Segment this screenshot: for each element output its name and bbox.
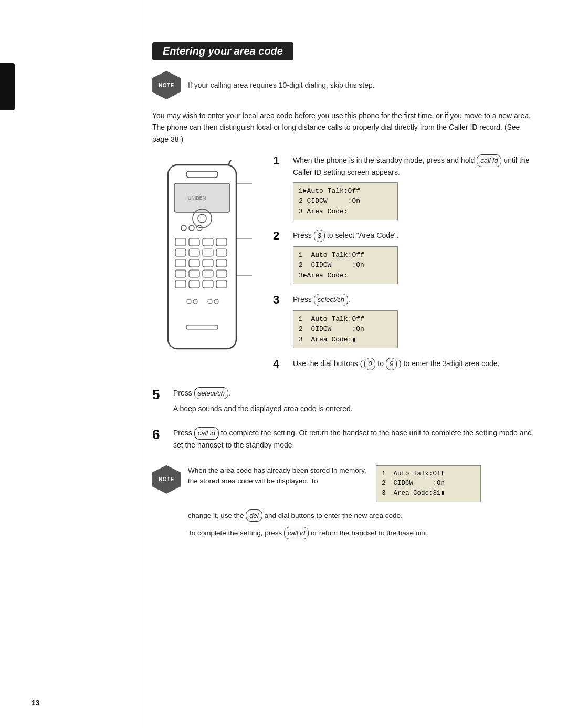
step-6-text: Press call id to complete the setting. O… [173, 427, 536, 451]
note-badge-top: NOTE [152, 71, 181, 99]
steps-area: UNIDEN [152, 154, 536, 382]
note-bottom: NOTE When the area code has already been… [152, 465, 536, 539]
svg-rect-15 [189, 249, 200, 256]
step-6-num: 6 [152, 427, 168, 442]
lcd-1-line2: 2 CIDCW :On [299, 196, 392, 206]
svg-point-32 [208, 299, 212, 304]
svg-rect-2 [186, 171, 218, 178]
step-4-content: Use the dial buttons ( 0 to 9 ) to enter… [293, 358, 536, 375]
key-3: 3 [314, 230, 325, 242]
note-bottom-inline: When the area code has already been stor… [188, 465, 481, 504]
note-bottom-text2: change it, use the del and dial buttons … [188, 509, 481, 522]
steps-col: 1 When the phone is in the standby mode,… [273, 154, 536, 382]
step-2: 2 Press 3 to select "Area Code". 1 Auto … [273, 230, 536, 286]
step-5-subtext: A beep sounds and the displayed area cod… [173, 403, 536, 414]
step-6-content: Press call id to complete the setting. O… [173, 427, 536, 455]
step-1-text: When the phone is in the standby mode, p… [293, 154, 536, 178]
step-2-content: Press 3 to select "Area Code". 1 Auto Ta… [293, 230, 536, 286]
key-del: del [246, 509, 262, 522]
steps-bottom: 5 Press select/ch. A beep sounds and the… [152, 387, 536, 455]
step-3-num: 3 [273, 294, 288, 306]
svg-rect-29 [216, 280, 227, 288]
svg-rect-26 [175, 280, 186, 288]
svg-rect-14 [175, 249, 186, 256]
svg-rect-23 [189, 270, 200, 277]
svg-rect-20 [203, 259, 213, 267]
step-2-text: Press 3 to select "Area Code". [293, 230, 536, 242]
svg-rect-12 [203, 238, 213, 246]
left-tab [0, 63, 15, 110]
divider-line [142, 0, 142, 728]
lcd-note-line2: 2 CIDCW :On [382, 479, 475, 488]
svg-rect-24 [203, 270, 213, 277]
lcd-1-line3: 3 Area Code: [299, 206, 392, 217]
lcd-3: 1 Auto Talk:Off 2 CIDCW :On 3 Area Code:… [293, 310, 398, 349]
svg-rect-18 [175, 259, 186, 267]
svg-point-6 [189, 225, 194, 231]
svg-rect-34 [186, 325, 218, 329]
step-1-content: When the phone is in the standby mode, p… [293, 154, 536, 222]
step-4: 4 Use the dial buttons ( 0 to 9 ) to ent… [273, 358, 536, 375]
lcd-note-line3: 3 Area Code:81▮ [382, 488, 475, 498]
step-1: 1 When the phone is in the standby mode,… [273, 154, 536, 222]
svg-rect-10 [175, 238, 186, 246]
step-4-num: 4 [273, 358, 288, 370]
svg-rect-19 [189, 259, 200, 267]
lcd-2: 1 Auto Talk:Off 2 CIDCW :On 3►Area Code: [293, 246, 398, 285]
lcd-3-line1: 1 Auto Talk:Off [299, 314, 392, 325]
key-callid-1: call id [477, 154, 501, 167]
svg-rect-13 [216, 238, 227, 246]
svg-rect-27 [189, 280, 200, 288]
note-top-text: If your calling area requires 10-digit d… [188, 81, 375, 89]
step-6: 6 Press call id to complete the setting.… [152, 427, 536, 455]
body-paragraph: You may wish to enter your local area co… [152, 110, 536, 145]
svg-point-5 [181, 225, 186, 231]
step-3: 3 Press select/ch. 1 Auto Talk:Off 2 CID… [273, 294, 536, 350]
svg-point-9 [198, 214, 206, 223]
note-top: NOTE If your calling area requires 10-di… [152, 71, 536, 99]
svg-text:UNIDEN: UNIDEN [188, 195, 206, 201]
page-number: 13 [32, 699, 40, 707]
step-5-num: 5 [152, 387, 168, 402]
lcd-1-line1: 1►Auto Talk:Off [299, 186, 392, 196]
note-bottom-text1: When the area code has already been stor… [188, 465, 366, 487]
key-selectch-5: select/ch [194, 387, 228, 400]
step-5: 5 Press select/ch. A beep sounds and the… [152, 387, 536, 419]
svg-point-33 [214, 299, 218, 304]
phone-illustration: UNIDEN [152, 160, 257, 382]
svg-line-1 [228, 160, 234, 165]
svg-rect-22 [175, 270, 186, 277]
lcd-note: 1 Auto Talk:Off 2 CIDCW :On 3 Area Code:… [376, 465, 481, 502]
step-5-content: Press select/ch. A beep sounds and the d… [173, 387, 536, 419]
section-title: Entering your area code [152, 42, 293, 60]
key-callid-6: call id [194, 427, 219, 440]
lcd-1: 1►Auto Talk:Off 2 CIDCW :On 3 Area Code: [293, 182, 398, 221]
key-callid-note: call id [284, 527, 309, 539]
lcd-note-line1: 1 Auto Talk:Off [382, 469, 475, 479]
main-content: Entering your area code NOTE If your cal… [152, 0, 536, 539]
step-3-text: Press select/ch. [293, 294, 536, 306]
svg-rect-25 [216, 270, 227, 277]
lcd-2-line2: 2 CIDCW :On [299, 260, 392, 271]
note-bottom-body: When the area code has already been stor… [188, 465, 481, 539]
svg-rect-21 [216, 259, 227, 267]
step-2-num: 2 [273, 230, 288, 242]
svg-point-31 [193, 299, 197, 304]
svg-rect-11 [189, 238, 200, 246]
svg-rect-28 [203, 280, 213, 288]
svg-rect-16 [203, 249, 213, 256]
svg-rect-17 [216, 249, 227, 256]
svg-point-30 [187, 299, 191, 304]
lcd-3-line3: 3 Area Code:▮ [299, 335, 392, 345]
lcd-2-line1: 1 Auto Talk:Off [299, 250, 392, 261]
lcd-2-line3: 3►Area Code: [299, 271, 392, 281]
key-9: 9 [386, 358, 397, 370]
step-1-num: 1 [273, 154, 288, 167]
step-3-content: Press select/ch. 1 Auto Talk:Off 2 CIDCW… [293, 294, 536, 350]
key-selectch-3: select/ch [314, 294, 348, 306]
lcd-3-line2: 2 CIDCW :On [299, 324, 392, 335]
key-0: 0 [364, 358, 375, 370]
note-badge-bottom: NOTE [152, 465, 181, 494]
note-bottom-text3: To complete the setting, press call id o… [188, 527, 481, 539]
step-4-text: Use the dial buttons ( 0 to 9 ) to enter… [293, 358, 536, 370]
